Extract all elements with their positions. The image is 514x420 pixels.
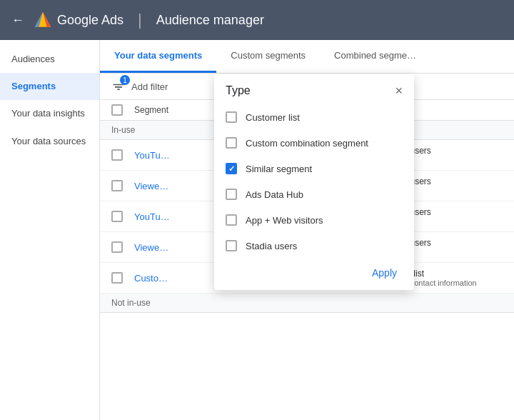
back-button[interactable]: ← xyxy=(11,13,24,28)
dropdown-footer: Apply xyxy=(214,259,414,290)
checkbox-customer-list[interactable] xyxy=(226,111,237,123)
dropdown-item-app-web-visitors[interactable]: App + Web visitors xyxy=(214,207,414,233)
add-filter-button[interactable]: Add filter xyxy=(131,81,168,92)
dropdown-item-custom-combination[interactable]: Custom combination segment xyxy=(214,130,414,156)
row-checkbox-2[interactable] xyxy=(111,180,123,191)
row-checkbox-3[interactable] xyxy=(111,211,123,222)
dropdown-title: Type xyxy=(226,84,251,97)
segment-link-2[interactable]: Viewe… xyxy=(134,181,168,191)
sidebar-item-segments[interactable]: Segments xyxy=(0,73,99,100)
app-logo: Google Ads xyxy=(33,10,124,30)
segment-link-5[interactable]: Custo… xyxy=(134,273,168,284)
sidebar-item-your-data-insights[interactable]: Your data insights xyxy=(0,100,99,127)
row-checkbox-5[interactable] xyxy=(111,272,123,284)
dropdown-item-customer-list[interactable]: Customer list xyxy=(214,104,414,130)
main-layout: Audiences Segments Your data insights Yo… xyxy=(0,40,514,420)
close-icon[interactable]: × xyxy=(395,84,403,97)
filter-icon-wrapper[interactable]: 1 xyxy=(111,79,126,94)
sidebar-item-audiences[interactable]: Audiences xyxy=(0,46,99,73)
filter-badge: 1 xyxy=(120,75,130,85)
checkbox-ads-data-hub[interactable] xyxy=(226,189,237,200)
group-label-not-inuse: Not in-use xyxy=(100,294,514,313)
dropdown-item-similar-segment[interactable]: ✓ Similar segment xyxy=(214,156,414,181)
header-divider: | xyxy=(138,11,142,29)
tab-combined-segments[interactable]: Combined segme… xyxy=(320,40,430,73)
dropdown-header: Type × xyxy=(214,74,414,104)
checkbox-stadia-users[interactable] xyxy=(226,240,237,251)
app-header: ← Google Ads | Audience manager xyxy=(0,0,514,40)
checkbox-similar-segment[interactable]: ✓ xyxy=(226,163,237,174)
tabs-bar: Your data segments Custom segments Combi… xyxy=(100,40,514,74)
segment-link-4[interactable]: Viewe… xyxy=(134,242,168,253)
tab-your-data-segments[interactable]: Your data segments xyxy=(100,40,216,73)
main-content: Your data segments Custom segments Combi… xyxy=(100,40,514,420)
sidebar-item-your-data-sources[interactable]: Your data sources xyxy=(0,128,99,155)
row-checkbox-4[interactable] xyxy=(111,241,123,253)
row-checkbox-1[interactable] xyxy=(111,149,123,161)
dropdown-item-stadia-users[interactable]: Stadia users xyxy=(214,233,414,259)
apply-button[interactable]: Apply xyxy=(366,264,403,281)
sidebar: Audiences Segments Your data insights Yo… xyxy=(0,40,100,420)
page-title: Audience manager xyxy=(156,13,264,28)
checkbox-custom-combination[interactable] xyxy=(226,137,237,149)
tab-custom-segments[interactable]: Custom segments xyxy=(216,40,320,73)
type-dropdown: Type × Customer list Custom combination … xyxy=(214,74,414,290)
select-all-checkbox[interactable] xyxy=(111,104,134,116)
google-ads-logo-icon xyxy=(33,10,53,30)
checkbox-app-web-visitors[interactable] xyxy=(226,214,237,226)
app-name-label: Google Ads xyxy=(57,13,124,28)
checkmark-icon: ✓ xyxy=(228,164,235,174)
segment-link-1[interactable]: YouTu… xyxy=(134,150,170,161)
dropdown-item-ads-data-hub[interactable]: Ads Data Hub xyxy=(214,181,414,207)
segment-link-3[interactable]: YouTu… xyxy=(134,211,170,222)
